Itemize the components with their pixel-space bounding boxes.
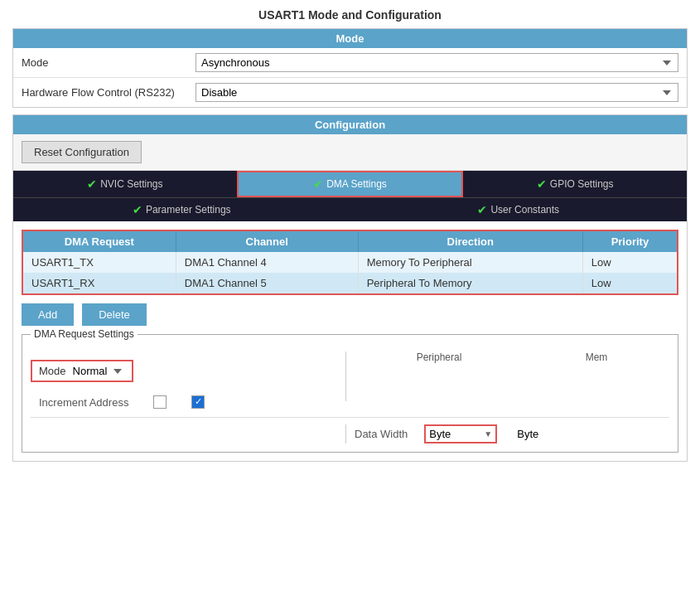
dma-table-wrapper: DMA Request Channel Direction Priority U… (22, 230, 678, 295)
tabs-row-1: ✔ NVIC Settings ✔ DMA Settings ✔ GPIO Se… (13, 171, 687, 197)
row1-request: USART1_TX (23, 252, 176, 273)
mem-col-header: Mem (586, 351, 608, 363)
nvic-dot: ✔ (87, 177, 97, 191)
tab-param[interactable]: ✔ Parameter Settings (13, 198, 350, 221)
mode-section-header: Mode (13, 29, 687, 48)
tab-nvic[interactable]: ✔ NVIC Settings (13, 171, 237, 197)
peripheral-col-header: Peripheral (417, 351, 462, 363)
tab-dma-label: DMA Settings (326, 178, 387, 190)
col-headers: Peripheral Mem (355, 351, 669, 366)
tab-user[interactable]: ✔ User Constants (350, 198, 688, 221)
reset-btn-row: Reset Configuration (13, 134, 687, 171)
increment-label: Increment Address (39, 396, 128, 409)
row2-request: USART1_RX (23, 273, 176, 293)
settings-right: Peripheral Mem (345, 351, 669, 401)
data-width-label: Data Width (355, 428, 408, 440)
tab-param-label: Parameter Settings (146, 204, 231, 216)
settings-left: Mode Normal Circular Increment Address (31, 351, 345, 409)
mode-section: Mode Mode Asynchronous Hardware Flow Con… (12, 28, 688, 108)
mode-row: Mode Asynchronous (13, 48, 687, 78)
checkbox-group (153, 395, 205, 409)
peripheral-width-select[interactable]: Byte Half Word Word (426, 426, 480, 442)
dma-table: DMA Request Channel Direction Priority U… (23, 231, 677, 293)
config-section-header: Configuration (13, 115, 687, 134)
mem-width-select[interactable]: Byte Half Word Word (514, 426, 568, 442)
tab-nvic-label: NVIC Settings (100, 178, 162, 190)
dma-dot: ✔ (313, 177, 323, 191)
hw-flow-row: Hardware Flow Control (RS232) Disable (13, 78, 687, 107)
peripheral-width-wrapper: Byte Half Word Word ▼ (424, 424, 497, 443)
gpio-dot: ✔ (537, 177, 547, 191)
reset-config-button[interactable]: Reset Configuration (22, 141, 142, 163)
col-dma-request: DMA Request (23, 231, 176, 252)
tab-gpio[interactable]: ✔ GPIO Settings (463, 171, 687, 197)
peripheral-check-item (153, 395, 167, 409)
mode-field-label: Mode (39, 365, 66, 377)
data-width-row: Data Width Byte Half Word Word ▼ Byte (31, 417, 669, 443)
dma-request-settings: DMA Request Settings Mode Normal Circula… (22, 334, 678, 453)
increment-row: Increment Address (39, 395, 345, 409)
table-row[interactable]: USART1_RX DMA1 Channel 5 Peripheral To M… (23, 273, 677, 293)
config-section: Configuration Reset Configuration ✔ NVIC… (12, 114, 688, 462)
tab-dma[interactable]: ✔ DMA Settings (237, 171, 464, 197)
mem-check-item (191, 395, 205, 409)
delete-button[interactable]: Delete (82, 303, 147, 326)
col-direction: Direction (358, 231, 582, 252)
hw-flow-label: Hardware Flow Control (RS232) (22, 86, 196, 99)
hw-flow-select[interactable]: Disable (196, 83, 678, 102)
row2-priority: Low (582, 273, 677, 293)
param-dot: ✔ (133, 203, 142, 216)
row2-channel: DMA1 Channel 5 (176, 273, 358, 293)
mode-select[interactable]: Asynchronous (196, 53, 678, 72)
row1-channel: DMA1 Channel 4 (176, 252, 358, 273)
mem-width-wrapper: Byte Half Word Word (514, 426, 568, 442)
row1-direction: Memory To Peripheral (358, 252, 582, 273)
tab-gpio-label: GPIO Settings (550, 178, 614, 190)
col-priority: Priority (582, 231, 677, 252)
page-title: USART1 Mode and Configuration (12, 8, 688, 22)
mode-field-select[interactable]: Normal Circular (73, 365, 125, 377)
dma-settings-legend: DMA Request Settings (31, 328, 138, 340)
user-dot: ✔ (477, 203, 487, 216)
col-channel: Channel (176, 231, 358, 252)
tabs-row-2: ✔ Parameter Settings ✔ User Constants (13, 197, 687, 221)
mem-checkbox[interactable] (191, 395, 205, 409)
data-width-inner: Data Width Byte Half Word Word ▼ Byte (355, 424, 669, 443)
add-button[interactable]: Add (22, 303, 74, 326)
mode-label: Mode (22, 56, 196, 69)
row2-direction: Peripheral To Memory (358, 273, 582, 293)
tab-user-label: User Constants (490, 204, 559, 216)
mode-field-row: Mode Normal Circular (31, 360, 133, 382)
peripheral-width-arrow: ▼ (480, 429, 495, 439)
mode-field-container: Mode Normal Circular (31, 355, 345, 382)
row1-priority: Low (582, 252, 677, 273)
table-row[interactable]: USART1_TX DMA1 Channel 4 Memory To Perip… (23, 252, 677, 273)
data-width-right: Data Width Byte Half Word Word ▼ Byte (345, 424, 669, 443)
peripheral-checkbox[interactable] (153, 395, 167, 409)
